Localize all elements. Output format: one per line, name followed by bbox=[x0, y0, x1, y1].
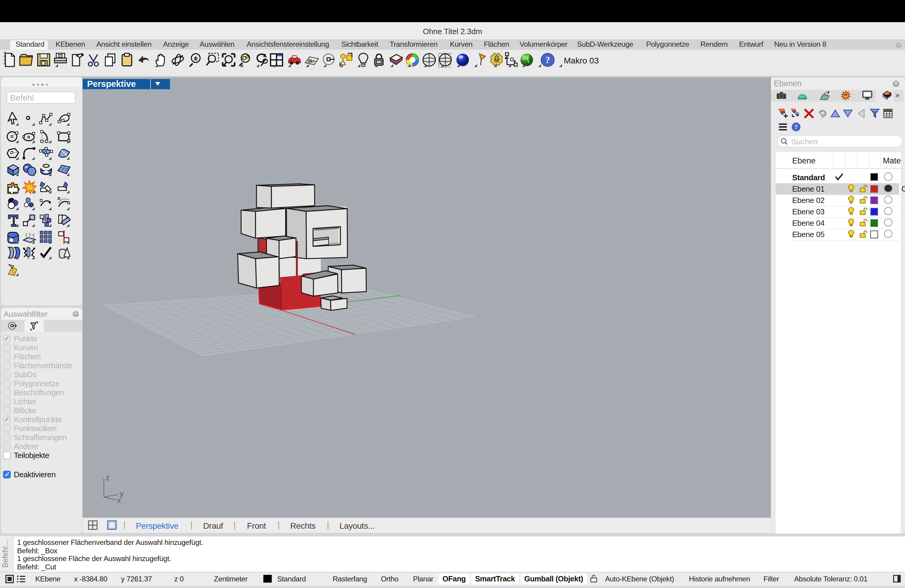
svg-text:z: z bbox=[105, 473, 109, 482]
svg-text:y: y bbox=[119, 489, 123, 498]
svg-text:?: ? bbox=[545, 54, 550, 65]
svg-text:?: ? bbox=[795, 124, 797, 130]
